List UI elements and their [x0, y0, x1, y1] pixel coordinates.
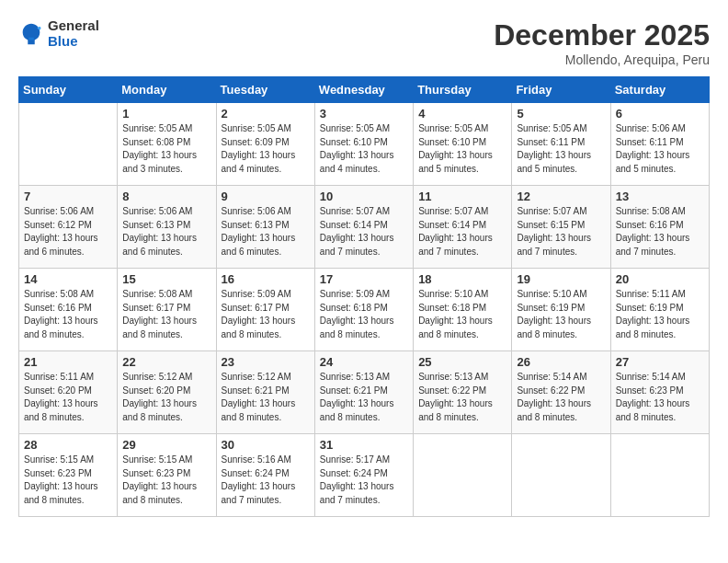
calendar-cell: 25Sunrise: 5:13 AM Sunset: 6:22 PM Dayli…: [414, 351, 512, 434]
day-info: Sunrise: 5:12 AM Sunset: 6:20 PM Dayligh…: [122, 371, 210, 424]
day-number: 6: [616, 107, 704, 121]
day-number: 21: [24, 355, 112, 369]
calendar-header: SundayMondayTuesdayWednesdayThursdayFrid…: [19, 77, 710, 103]
day-info: Sunrise: 5:07 AM Sunset: 6:15 PM Dayligh…: [517, 205, 605, 259]
day-number: 1: [122, 107, 210, 121]
day-number: 24: [320, 355, 408, 369]
day-number: 2: [222, 107, 310, 121]
calendar-cell: 23Sunrise: 5:12 AM Sunset: 6:21 PM Dayli…: [216, 351, 314, 434]
calendar-cell: 27Sunrise: 5:14 AM Sunset: 6:23 PM Dayli…: [610, 351, 709, 434]
calendar-cell: 17Sunrise: 5:09 AM Sunset: 6:18 PM Dayli…: [314, 269, 413, 351]
calendar-cell: 16Sunrise: 5:09 AM Sunset: 6:17 PM Dayli…: [216, 269, 314, 351]
logo-blue-text: Blue: [48, 33, 78, 49]
weekday-row: SundayMondayTuesdayWednesdayThursdayFrid…: [19, 77, 710, 103]
day-number: 8: [122, 190, 210, 203]
day-info: Sunrise: 5:13 AM Sunset: 6:21 PM Dayligh…: [320, 371, 408, 424]
week-row-5: 28Sunrise: 5:15 AM Sunset: 6:23 PM Dayli…: [19, 434, 710, 517]
calendar-cell: [414, 434, 512, 517]
calendar-cell: 1Sunrise: 5:05 AM Sunset: 6:08 PM Daylig…: [118, 103, 216, 186]
calendar-cell: 29Sunrise: 5:15 AM Sunset: 6:23 PM Dayli…: [118, 434, 216, 517]
day-number: 14: [24, 272, 112, 286]
day-number: 23: [222, 355, 310, 369]
day-number: 16: [222, 272, 310, 286]
day-number: 11: [418, 190, 506, 203]
day-info: Sunrise: 5:11 AM Sunset: 6:20 PM Dayligh…: [24, 371, 112, 424]
day-number: 10: [320, 190, 408, 203]
day-number: 17: [320, 272, 408, 286]
day-info: Sunrise: 5:05 AM Sunset: 6:08 PM Dayligh…: [122, 122, 210, 176]
calendar-cell: 22Sunrise: 5:12 AM Sunset: 6:20 PM Dayli…: [118, 351, 216, 434]
title-block: December 2025 Mollendo, Arequipa, Peru: [494, 18, 710, 67]
day-number: 28: [24, 438, 112, 452]
day-number: 20: [616, 272, 704, 286]
week-row-4: 21Sunrise: 5:11 AM Sunset: 6:20 PM Dayli…: [19, 351, 710, 434]
calendar-cell: 6Sunrise: 5:06 AM Sunset: 6:11 PM Daylig…: [610, 103, 709, 186]
day-info: Sunrise: 5:05 AM Sunset: 6:09 PM Dayligh…: [222, 122, 310, 176]
day-number: 3: [320, 107, 408, 121]
weekday-header-saturday: Saturday: [610, 77, 709, 103]
calendar-cell: 12Sunrise: 5:07 AM Sunset: 6:15 PM Dayli…: [512, 186, 610, 269]
logo: General Blue: [18, 18, 99, 49]
day-number: 9: [222, 190, 310, 203]
month-title: December 2025: [494, 18, 710, 52]
day-info: Sunrise: 5:09 AM Sunset: 6:17 PM Dayligh…: [222, 288, 310, 341]
calendar-cell: 15Sunrise: 5:08 AM Sunset: 6:17 PM Dayli…: [118, 269, 216, 351]
calendar-cell: 3Sunrise: 5:05 AM Sunset: 6:10 PM Daylig…: [314, 103, 413, 186]
page-header: General Blue December 2025 Mollendo, Are…: [18, 18, 710, 67]
day-info: Sunrise: 5:14 AM Sunset: 6:22 PM Dayligh…: [517, 371, 605, 424]
calendar-cell: [19, 103, 118, 186]
calendar-cell: 26Sunrise: 5:14 AM Sunset: 6:22 PM Dayli…: [512, 351, 610, 434]
day-info: Sunrise: 5:17 AM Sunset: 6:24 PM Dayligh…: [320, 454, 408, 507]
logo-text: General Blue: [48, 18, 99, 49]
calendar-cell: 9Sunrise: 5:06 AM Sunset: 6:13 PM Daylig…: [216, 186, 314, 269]
weekday-header-monday: Monday: [118, 77, 216, 103]
day-number: 31: [320, 438, 408, 452]
calendar-cell: 10Sunrise: 5:07 AM Sunset: 6:14 PM Dayli…: [314, 186, 413, 269]
day-number: 19: [517, 272, 605, 286]
calendar-cell: 11Sunrise: 5:07 AM Sunset: 6:14 PM Dayli…: [414, 186, 512, 269]
day-number: 26: [517, 355, 605, 369]
calendar-cell: 30Sunrise: 5:16 AM Sunset: 6:24 PM Dayli…: [216, 434, 314, 517]
location: Mollendo, Arequipa, Peru: [494, 52, 710, 67]
day-info: Sunrise: 5:05 AM Sunset: 6:10 PM Dayligh…: [320, 122, 408, 176]
day-number: 27: [616, 355, 704, 369]
calendar-cell: 28Sunrise: 5:15 AM Sunset: 6:23 PM Dayli…: [19, 434, 118, 517]
weekday-header-wednesday: Wednesday: [314, 77, 413, 103]
day-info: Sunrise: 5:12 AM Sunset: 6:21 PM Dayligh…: [222, 371, 310, 424]
calendar-cell: [610, 434, 709, 517]
day-number: 4: [418, 107, 506, 121]
day-number: 29: [122, 438, 210, 452]
weekday-header-thursday: Thursday: [414, 77, 512, 103]
day-info: Sunrise: 5:05 AM Sunset: 6:10 PM Dayligh…: [418, 122, 506, 176]
weekday-header-tuesday: Tuesday: [216, 77, 314, 103]
calendar-cell: 31Sunrise: 5:17 AM Sunset: 6:24 PM Dayli…: [314, 434, 413, 517]
calendar-cell: 13Sunrise: 5:08 AM Sunset: 6:16 PM Dayli…: [610, 186, 709, 269]
calendar-cell: 20Sunrise: 5:11 AM Sunset: 6:19 PM Dayli…: [610, 269, 709, 351]
logo-general: General: [48, 17, 99, 33]
calendar-cell: 24Sunrise: 5:13 AM Sunset: 6:21 PM Dayli…: [314, 351, 413, 434]
day-info: Sunrise: 5:07 AM Sunset: 6:14 PM Dayligh…: [418, 205, 506, 259]
week-row-1: 1Sunrise: 5:05 AM Sunset: 6:08 PM Daylig…: [19, 103, 710, 186]
calendar-cell: 2Sunrise: 5:05 AM Sunset: 6:09 PM Daylig…: [216, 103, 314, 186]
day-number: 7: [24, 190, 112, 203]
calendar-cell: [512, 434, 610, 517]
calendar-cell: 19Sunrise: 5:10 AM Sunset: 6:19 PM Dayli…: [512, 269, 610, 351]
day-info: Sunrise: 5:10 AM Sunset: 6:18 PM Dayligh…: [418, 288, 506, 341]
calendar-cell: 8Sunrise: 5:06 AM Sunset: 6:13 PM Daylig…: [118, 186, 216, 269]
calendar-body: 1Sunrise: 5:05 AM Sunset: 6:08 PM Daylig…: [19, 103, 710, 517]
day-info: Sunrise: 5:09 AM Sunset: 6:18 PM Dayligh…: [320, 288, 408, 341]
calendar-cell: 4Sunrise: 5:05 AM Sunset: 6:10 PM Daylig…: [414, 103, 512, 186]
calendar-cell: 7Sunrise: 5:06 AM Sunset: 6:12 PM Daylig…: [19, 186, 118, 269]
calendar-table: SundayMondayTuesdayWednesdayThursdayFrid…: [18, 76, 710, 517]
day-info: Sunrise: 5:06 AM Sunset: 6:13 PM Dayligh…: [222, 205, 310, 259]
week-row-2: 7Sunrise: 5:06 AM Sunset: 6:12 PM Daylig…: [19, 186, 710, 269]
day-info: Sunrise: 5:11 AM Sunset: 6:19 PM Dayligh…: [616, 288, 704, 341]
day-info: Sunrise: 5:05 AM Sunset: 6:11 PM Dayligh…: [517, 122, 605, 176]
day-info: Sunrise: 5:13 AM Sunset: 6:22 PM Dayligh…: [418, 371, 506, 424]
weekday-header-friday: Friday: [512, 77, 610, 103]
logo-icon: [18, 21, 44, 47]
calendar-cell: 18Sunrise: 5:10 AM Sunset: 6:18 PM Dayli…: [414, 269, 512, 351]
day-info: Sunrise: 5:10 AM Sunset: 6:19 PM Dayligh…: [517, 288, 605, 341]
day-number: 12: [517, 190, 605, 203]
day-number: 5: [517, 107, 605, 121]
